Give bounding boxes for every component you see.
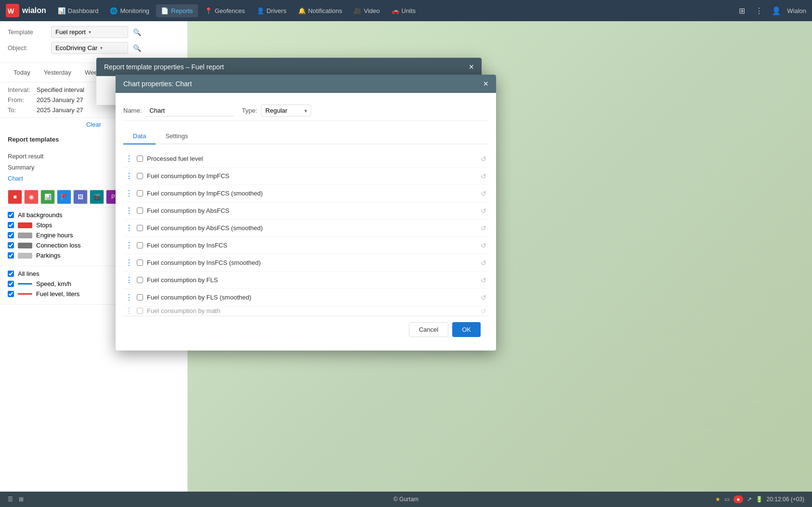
nav-drivers[interactable]: 👤 Drivers bbox=[252, 4, 291, 17]
item-5-label: Fuel consumption by InsFCS bbox=[147, 242, 477, 249]
form-row: Name: Type: Regular Stacked Normalized bbox=[123, 101, 488, 121]
drag-handle-icon[interactable]: ⋮ bbox=[125, 206, 133, 215]
item-4-checkbox[interactable] bbox=[137, 225, 143, 231]
tab-data[interactable]: Data bbox=[123, 129, 156, 144]
item-0-checkbox[interactable] bbox=[137, 156, 143, 162]
template-dropdown[interactable]: Fuel report ▾ bbox=[51, 26, 128, 38]
type-select[interactable]: Regular Stacked Normalized bbox=[261, 104, 311, 117]
nav-monitoring[interactable]: 🌐 Monitoring bbox=[105, 4, 154, 17]
template-value-group: Fuel report ▾ 🔍 bbox=[51, 26, 180, 38]
inner-dialog: Chart properties: Chart × Name: Type: Re… bbox=[116, 75, 496, 351]
item-2-checkbox[interactable] bbox=[137, 190, 143, 196]
tab-settings[interactable]: Settings bbox=[156, 129, 197, 144]
drag-handle-icon[interactable]: ⋮ bbox=[125, 306, 133, 315]
reset-icon-6[interactable]: ↺ bbox=[481, 259, 486, 267]
all-lines-checkbox[interactable] bbox=[8, 271, 14, 277]
item-5-checkbox[interactable] bbox=[137, 242, 143, 248]
nav-notifications[interactable]: 🔔 Notifications bbox=[293, 4, 347, 17]
grid-icon[interactable]: ⊞ bbox=[735, 4, 748, 17]
battery-icon[interactable]: 🔋 bbox=[756, 496, 763, 503]
item-6-label: Fuel consumption by InsFCS (smoothed) bbox=[147, 259, 477, 266]
type-group: Type: Regular Stacked Normalized bbox=[242, 104, 311, 117]
drag-handle-icon[interactable]: ⋮ bbox=[125, 293, 133, 302]
icon-1[interactable]: ◉ bbox=[24, 190, 39, 204]
item-9-checkbox[interactable] bbox=[137, 308, 143, 314]
item-3-label: Fuel consumption by AbsFCS bbox=[147, 207, 477, 214]
name-input[interactable] bbox=[145, 105, 234, 117]
chevron-down-icon: ▾ bbox=[89, 29, 91, 35]
logo[interactable]: W wialon bbox=[6, 4, 46, 17]
template-search-icon[interactable]: 🔍 bbox=[131, 26, 143, 38]
tab-yesterday[interactable]: Yesterday bbox=[38, 67, 77, 78]
reset-icon-7[interactable]: ↺ bbox=[481, 276, 486, 284]
item-6-checkbox[interactable] bbox=[137, 260, 143, 266]
star-icon[interactable]: ★ bbox=[715, 496, 720, 503]
more-icon[interactable]: ⋮ bbox=[752, 4, 766, 17]
list-item: ⋮ Fuel consumption by AbsFCS ↺ bbox=[123, 202, 488, 220]
reset-icon-0[interactable]: ↺ bbox=[481, 155, 486, 163]
ok-button[interactable]: OK bbox=[452, 322, 481, 337]
status-right-icons: ★ ▭ ● ↗ 🔋 20:12:06 (+03) bbox=[715, 495, 804, 503]
name-label: Name: bbox=[123, 107, 142, 114]
drag-handle-icon[interactable]: ⋮ bbox=[125, 241, 133, 250]
nav-units[interactable]: 🚗 Units bbox=[387, 4, 421, 17]
icon-img[interactable]: 🖼 bbox=[73, 190, 88, 204]
parkings-checkbox[interactable] bbox=[8, 252, 14, 259]
item-3-checkbox[interactable] bbox=[137, 208, 143, 214]
drag-handle-icon[interactable]: ⋮ bbox=[125, 223, 133, 233]
type-label: Type: bbox=[242, 107, 257, 114]
list-item: ⋮ Fuel consumption by ImpFCS (smoothed) … bbox=[123, 185, 488, 202]
inner-dialog-close[interactable]: × bbox=[483, 79, 488, 88]
tab-today[interactable]: Today bbox=[8, 67, 36, 78]
reset-icon-3[interactable]: ↺ bbox=[481, 207, 486, 215]
speed-checkbox[interactable] bbox=[8, 281, 14, 287]
view-grid-icon[interactable]: ⊞ bbox=[19, 496, 24, 503]
object-search-icon[interactable]: 🔍 bbox=[131, 42, 143, 54]
item-1-checkbox[interactable] bbox=[137, 173, 143, 179]
toggle-icon[interactable]: ● bbox=[733, 495, 743, 503]
view-list-icon[interactable]: ☰ bbox=[8, 496, 13, 503]
drag-handle-icon[interactable]: ⋮ bbox=[125, 275, 133, 285]
from-value: 2025 January 27 bbox=[37, 96, 83, 104]
icon-red-1[interactable]: ■ bbox=[8, 190, 22, 204]
engine-hours-checkbox[interactable] bbox=[8, 232, 14, 238]
reset-icon-1[interactable]: ↺ bbox=[481, 172, 486, 180]
nav-right: ⊞ ⋮ 👤 Wialon bbox=[735, 4, 806, 17]
user-icon[interactable]: 👤 bbox=[770, 4, 783, 17]
reset-icon-5[interactable]: ↺ bbox=[481, 242, 486, 249]
connection-loss-label: Connection loss bbox=[36, 242, 81, 249]
stops-checkbox[interactable] bbox=[8, 222, 14, 228]
panel-icon[interactable]: ▭ bbox=[724, 496, 730, 503]
reset-icon-9[interactable]: ↺ bbox=[481, 307, 486, 315]
drag-handle-icon[interactable]: ⋮ bbox=[125, 171, 133, 181]
nav-dashboard[interactable]: 📊 Dashboard bbox=[53, 4, 104, 17]
outer-dialog-close[interactable]: × bbox=[469, 63, 474, 71]
driver-icon: 👤 bbox=[257, 7, 264, 14]
item-7-checkbox[interactable] bbox=[137, 277, 143, 283]
reset-icon-4[interactable]: ↺ bbox=[481, 224, 486, 232]
object-dropdown[interactable]: EcoDriving Car ▾ bbox=[51, 42, 128, 54]
reset-icon-8[interactable]: ↺ bbox=[481, 294, 486, 301]
drag-handle-icon[interactable]: ⋮ bbox=[125, 189, 133, 198]
cancel-button[interactable]: Cancel bbox=[409, 322, 448, 337]
nav-reports[interactable]: 📄 Reports bbox=[156, 4, 198, 17]
share-icon[interactable]: ↗ bbox=[747, 496, 752, 503]
copyright: © Gurtam bbox=[393, 496, 419, 503]
all-backgrounds-label: All backgrounds bbox=[18, 211, 63, 219]
fuel-level-checkbox[interactable] bbox=[8, 291, 14, 297]
nav-video[interactable]: 🎥 Video bbox=[349, 4, 384, 17]
drag-handle-icon[interactable]: ⋮ bbox=[125, 258, 133, 267]
interval-label: Interval: bbox=[8, 86, 37, 93]
to-value: 2025 January 27 bbox=[37, 106, 83, 114]
icon-green[interactable]: 📊 bbox=[40, 190, 55, 204]
all-backgrounds-checkbox[interactable] bbox=[8, 212, 14, 218]
icon-vid[interactable]: 🎬 bbox=[90, 190, 104, 204]
connection-loss-checkbox[interactable] bbox=[8, 242, 14, 248]
drag-handle-icon[interactable]: ⋮ bbox=[125, 154, 133, 163]
type-select-wrapper: Regular Stacked Normalized bbox=[261, 104, 311, 117]
reset-icon-2[interactable]: ↺ bbox=[481, 190, 486, 197]
icon-blue[interactable]: 🚩 bbox=[57, 190, 71, 204]
nav-geofences[interactable]: 📍 Geofences bbox=[200, 4, 250, 17]
logo-text: wialon bbox=[22, 6, 46, 15]
item-8-checkbox[interactable] bbox=[137, 294, 143, 300]
